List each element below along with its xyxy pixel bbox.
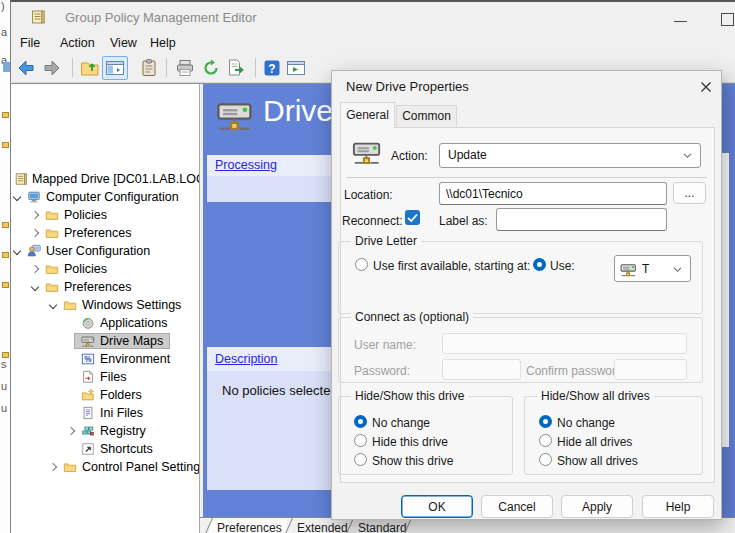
reconnect-checkbox[interactable] <box>405 210 420 225</box>
drive-letter-select[interactable]: T <box>614 255 691 282</box>
confirm-password-label: Confirm password: <box>526 364 626 378</box>
new-window-button[interactable] <box>286 58 306 78</box>
up-one-level-button[interactable] <box>80 58 100 78</box>
user-name-input <box>442 333 687 354</box>
all-no-change-label: No change <box>557 416 615 430</box>
chevron-closed-icon[interactable] <box>31 211 39 219</box>
tree-item-shortcuts[interactable]: Shortcuts <box>11 440 199 458</box>
help-button[interactable] <box>262 58 282 78</box>
menu-action[interactable]: Action <box>60 36 95 50</box>
reconnect-label: Reconnect: <box>342 214 403 228</box>
tree-item-policies[interactable]: Policies <box>11 260 199 278</box>
tree-item-control-panel-settings[interactable]: Control Panel Setting <box>11 458 199 476</box>
all-no-change-radio[interactable] <box>539 415 552 428</box>
tree-item-applications[interactable]: Applications <box>11 314 199 332</box>
this-no-change-radio[interactable] <box>354 415 367 428</box>
drive-maps-header-icon <box>213 96 257 134</box>
tree-item-label: Windows Settings <box>82 296 181 314</box>
hide-all-drives-radio[interactable] <box>539 434 552 447</box>
tab-standard[interactable]: Standard <box>358 521 407 533</box>
folder-icon-fragment <box>2 222 9 228</box>
tree-item-label: Registry <box>100 422 146 440</box>
tree-item-label: Ini Files <box>100 404 143 422</box>
tree-item-preferences[interactable]: Preferences <box>11 278 199 296</box>
clipboard-button[interactable] <box>139 58 159 78</box>
tree-item-environment[interactable]: Environment <box>11 350 199 368</box>
tree-item-label: Policies <box>64 206 107 224</box>
tree-item-label: Control Panel Setting <box>82 458 200 476</box>
tree-item-windows-settings[interactable]: Windows Settings <box>11 296 199 314</box>
show-all-drives-radio[interactable] <box>539 453 552 466</box>
computer-icon <box>27 190 41 204</box>
tree-item-policies[interactable]: Policies <box>11 206 199 224</box>
description-link[interactable]: Description <box>215 352 278 366</box>
menu-bar: File Action View Help <box>10 32 735 55</box>
tree-item-computer-configuration[interactable]: Computer Configuration <box>11 188 199 206</box>
check-icon <box>405 210 420 225</box>
tab-general[interactable]: General <box>340 102 395 128</box>
minimize-button[interactable] <box>665 10 695 30</box>
browse-button[interactable]: ... <box>673 182 706 204</box>
location-input[interactable] <box>439 182 667 205</box>
hide-show-all-drives-group: Hide/Show all drives No change Hide all … <box>524 396 703 475</box>
refresh-button[interactable] <box>201 58 221 78</box>
action-select[interactable]: Update <box>439 143 701 168</box>
processing-link[interactable]: Processing <box>215 158 277 172</box>
gpo-scroll-icon <box>14 172 28 186</box>
title-bar: Group Policy Management Editor <box>10 2 735 32</box>
cancel-button[interactable]: Cancel <box>481 495 553 518</box>
use-first-available-label: Use first available, starting at: <box>373 259 530 273</box>
chevron-closed-icon[interactable] <box>31 265 39 273</box>
apply-button[interactable]: Apply <box>561 495 633 518</box>
chevron-open-icon[interactable] <box>49 301 57 309</box>
tree-item-ini-files[interactable]: Ini Files <box>11 404 199 422</box>
folder-icon <box>45 226 59 240</box>
tree-item-drive-maps[interactable]: Drive Maps <box>11 332 199 350</box>
tab-preferences[interactable]: Preferences <box>217 521 282 533</box>
chevron-open-icon[interactable] <box>13 247 21 255</box>
tree-item-files[interactable]: Files <box>11 368 199 386</box>
chevron-closed-icon[interactable] <box>31 229 39 237</box>
menu-file[interactable]: File <box>20 36 40 50</box>
drive-letter-group: Drive Letter Use first available, starti… <box>338 241 703 314</box>
hide-show-this-drive-group: Hide/Show this drive No change Hide this… <box>338 396 513 475</box>
tab-extended[interactable]: Extended <box>297 521 348 533</box>
tree-item-folders[interactable]: Folders <box>11 386 199 404</box>
folders-icon <box>81 388 95 402</box>
confirm-password-input <box>614 359 687 380</box>
hide-all-drives-label: Hide all drives <box>557 435 632 449</box>
folder-icon-fragment <box>2 142 9 148</box>
tab-common[interactable]: Common <box>396 105 457 127</box>
print-button[interactable] <box>175 58 195 78</box>
environment-icon <box>81 352 95 366</box>
ok-button[interactable]: OK <box>401 495 473 518</box>
tree-item-registry[interactable]: Registry <box>11 422 199 440</box>
forward-button[interactable] <box>42 58 62 78</box>
hide-this-drive-radio[interactable] <box>354 434 367 447</box>
tree-item-root[interactable]: Mapped Drive [DC01.LAB.LOCA <box>11 170 199 188</box>
chevron-closed-icon[interactable] <box>49 463 57 471</box>
folder-icon-fragment <box>2 252 9 258</box>
use-first-available-radio[interactable] <box>355 258 368 271</box>
help-button[interactable]: Help <box>642 495 714 518</box>
close-button[interactable] <box>694 76 718 98</box>
label-as-input[interactable] <box>496 208 667 231</box>
chevron-down-icon <box>673 267 682 273</box>
sliver-text-fragment: a <box>1 26 7 38</box>
menu-help[interactable]: Help <box>150 36 176 50</box>
back-button[interactable] <box>16 58 36 78</box>
show-this-drive-radio[interactable] <box>354 453 367 466</box>
description-text: No policies selected <box>222 383 338 398</box>
sliver-text-fragment: ) <box>1 0 5 12</box>
tree-item-user-configuration[interactable]: User Configuration <box>11 242 199 260</box>
folder-icon-fragment <box>2 282 9 288</box>
chevron-open-icon[interactable] <box>13 193 21 201</box>
export-list-button[interactable] <box>226 58 246 78</box>
shortcuts-icon <box>81 442 95 456</box>
maximize-button[interactable] <box>710 8 735 30</box>
tree-item-preferences[interactable]: Preferences <box>11 224 199 242</box>
chevron-open-icon[interactable] <box>31 283 39 291</box>
menu-view[interactable]: View <box>110 36 137 50</box>
use-radio[interactable] <box>533 258 546 271</box>
chevron-closed-icon[interactable] <box>67 427 75 435</box>
